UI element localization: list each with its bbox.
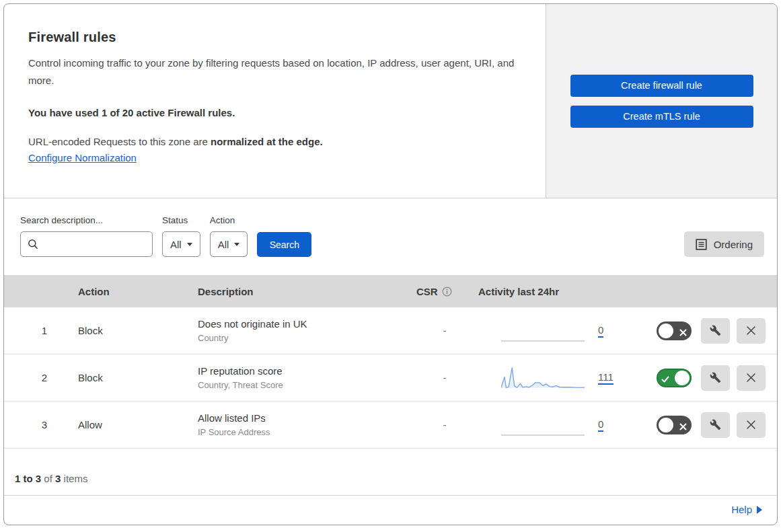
search-input[interactable] [44, 239, 145, 250]
table-row: 2 Block IP reputation score Country, Thr… [4, 354, 777, 402]
rule-action: Block [74, 325, 195, 336]
rule-enabled-toggle[interactable] [657, 321, 692, 340]
info-icon[interactable] [442, 287, 452, 297]
close-icon [746, 326, 756, 336]
create-mtls-rule-button[interactable]: Create mTLS rule [570, 106, 753, 128]
normalization-plain: URL-encoded Requests to this zone are [28, 136, 211, 147]
action-filter-dropdown[interactable]: All [210, 231, 248, 257]
header-action: Action [74, 286, 195, 297]
filter-bar: Search description... Status All Action [4, 198, 777, 275]
rule-csr-value: - [414, 325, 476, 336]
search-button[interactable]: Search [257, 232, 311, 257]
intro-description: Control incoming traffic to your zone by… [28, 54, 519, 89]
rule-priority: 2 [15, 372, 74, 383]
arrow-right-icon [757, 506, 762, 514]
help-link[interactable]: Help [731, 504, 762, 515]
items-count-of: of [41, 473, 55, 484]
header-section: Firewall rules Control incoming traffic … [4, 4, 777, 198]
delete-rule-button[interactable] [737, 365, 766, 391]
rule-csr-value: - [414, 372, 476, 383]
header-csr-label: CSR [416, 286, 438, 297]
rule-criteria: Country, Threat Score [198, 380, 414, 390]
table-header: Action Description CSR Activity last 24h… [4, 275, 777, 307]
edit-rule-button[interactable] [701, 365, 730, 391]
ordering-button-label: Ordering [714, 239, 753, 250]
page-title: Firewall rules [28, 30, 519, 45]
header-activity: Activity last 24hr [476, 286, 644, 297]
usage-text: You have used 1 of 20 active Firewall ru… [28, 107, 519, 118]
items-count-label: items [61, 473, 87, 484]
close-icon [746, 373, 756, 383]
wrench-icon [710, 372, 721, 383]
activity-count-link[interactable]: 0 [598, 418, 603, 432]
search-icon [28, 239, 38, 250]
rule-enabled-toggle[interactable] [657, 369, 692, 387]
table-row: 1 Block Does not originate in UK Country… [4, 307, 777, 354]
status-filter-value: All [170, 239, 182, 250]
intro-panel: Firewall rules Control incoming traffic … [4, 4, 546, 198]
x-icon [679, 327, 687, 339]
x-icon [679, 421, 687, 433]
configure-normalization-link[interactable]: Configure Normalization [28, 152, 137, 163]
search-label: Search description... [20, 215, 153, 225]
edit-rule-button[interactable] [701, 412, 730, 438]
rule-csr-value: - [414, 419, 476, 430]
header-description: Description [195, 286, 414, 297]
rule-enabled-toggle[interactable] [657, 416, 692, 434]
close-icon [746, 420, 756, 430]
table-row: 3 Allow Allow listed IPs IP Source Addre… [4, 402, 777, 449]
list-document-icon [696, 239, 707, 250]
activity-sparkline [501, 319, 585, 343]
help-link-label: Help [731, 504, 752, 515]
chevron-down-icon [187, 243, 192, 246]
rule-priority: 1 [15, 325, 74, 336]
items-count: 1 to 3 of 3 items [4, 449, 777, 496]
activity-sparkline [501, 413, 585, 437]
normalization-text: URL-encoded Requests to this zone are no… [28, 136, 519, 147]
items-count-range: 1 to 3 [15, 473, 41, 484]
help-row: Help [4, 496, 777, 525]
actions-panel: Create firewall rule Create mTLS rule [546, 4, 777, 198]
action-filter-label: Action [210, 215, 248, 225]
toggle-knob [675, 371, 690, 385]
activity-count-link[interactable]: 0 [598, 324, 603, 338]
delete-rule-button[interactable] [737, 318, 766, 344]
toggle-knob [659, 324, 673, 338]
rule-priority: 3 [15, 419, 74, 430]
wrench-icon [710, 325, 721, 336]
wrench-icon [710, 419, 721, 430]
firewall-rules-card: Firewall rules Control incoming traffic … [3, 3, 778, 525]
create-firewall-rule-button[interactable]: Create firewall rule [570, 75, 753, 97]
rule-criteria: IP Source Address [198, 427, 414, 437]
toggle-knob [659, 418, 673, 432]
search-input-wrapper [20, 231, 153, 257]
action-filter-value: All [218, 239, 229, 250]
rule-action: Allow [74, 419, 195, 430]
rule-action: Block [74, 372, 195, 383]
ordering-button[interactable]: Ordering [684, 231, 764, 257]
chevron-down-icon [234, 243, 239, 246]
activity-count-link[interactable]: 111 [598, 371, 613, 385]
header-csr: CSR [414, 286, 476, 297]
check-icon [661, 374, 669, 386]
delete-rule-button[interactable] [737, 412, 766, 438]
normalization-bold: normalized at the edge. [211, 136, 323, 147]
rule-criteria: Country [198, 333, 414, 343]
status-filter-dropdown[interactable]: All [162, 231, 200, 257]
rule-description: Does not originate in UK [198, 318, 414, 330]
activity-sparkline [501, 366, 585, 390]
rule-description: Allow listed IPs [198, 412, 414, 424]
edit-rule-button[interactable] [701, 318, 730, 344]
rule-description: IP reputation score [198, 365, 414, 377]
status-filter-label: Status [162, 215, 200, 225]
